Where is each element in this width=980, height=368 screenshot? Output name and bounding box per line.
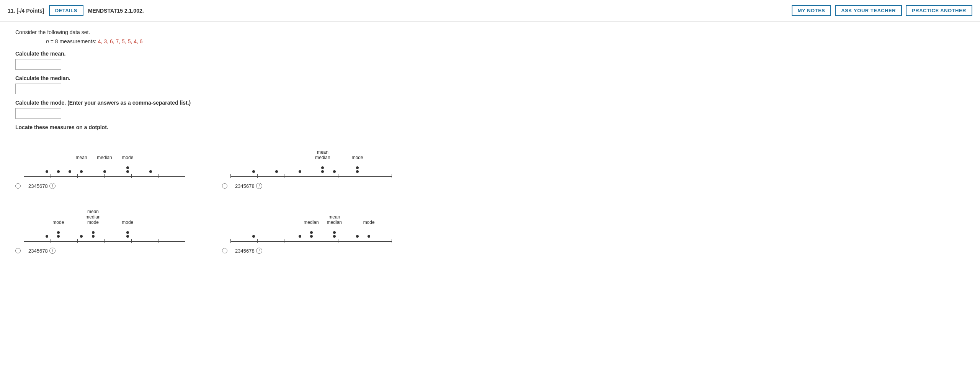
axis-number: 6 [39, 248, 42, 254]
ask-teacher-button[interactable]: ASK YOUR TEACHER [835, 5, 902, 16]
info-icon[interactable]: i [256, 248, 262, 254]
axis-number: 6 [246, 183, 249, 189]
axis-number: 4 [34, 248, 36, 254]
axis-number: 8 [252, 183, 254, 189]
axis-number: 5 [243, 248, 246, 254]
annotation-label-D: mode [363, 220, 375, 225]
dot [126, 170, 129, 173]
dotplot-radio-A[interactable] [15, 183, 21, 189]
mean-label: Calculate the mean. [15, 51, 965, 57]
axis-number: 5 [37, 248, 39, 254]
question-number: 11. [-/4 Points] [8, 8, 44, 14]
dot [356, 170, 359, 173]
annotation-label-B: mode [352, 155, 363, 160]
axis-number: 3 [31, 183, 34, 189]
dot [310, 231, 313, 234]
dotplot-radio-B[interactable] [222, 183, 227, 189]
practice-another-button[interactable]: PRACTICE ANOTHER [906, 5, 972, 16]
dotplot-radio-C[interactable] [15, 248, 21, 253]
header-left: 11. [-/4 Points] DETAILS MENDSTAT15 2.1.… [8, 5, 144, 16]
axis-number: 8 [252, 248, 254, 254]
axis-number: 7 [249, 183, 252, 189]
my-notes-button[interactable]: MY NOTES [792, 5, 831, 16]
axis-number: 7 [42, 183, 45, 189]
annotation-label-A: mean [76, 155, 87, 160]
axis-number: 8 [45, 183, 47, 189]
annotation-label-A: mode [122, 155, 133, 160]
mode-input[interactable] [15, 108, 61, 119]
dot [80, 235, 83, 238]
axis-number: 6 [39, 183, 42, 189]
dotplot-C: modemean median modemode2345678i [15, 200, 191, 254]
dot [126, 166, 129, 169]
dot [126, 235, 129, 238]
dot [57, 231, 60, 234]
problem-id: MENDSTAT15 2.1.002. [88, 8, 144, 14]
axis-number: 3 [238, 183, 240, 189]
dot [46, 235, 48, 238]
dot [356, 235, 359, 238]
dot [92, 235, 95, 238]
dot [299, 235, 301, 238]
dot [356, 166, 359, 169]
n-label: n [46, 38, 49, 44]
axis-number: 8 [45, 248, 47, 254]
dot [275, 170, 278, 173]
dot [333, 170, 336, 173]
axis-number: 4 [34, 183, 36, 189]
median-label: Calculate the median. [15, 75, 965, 81]
annotation-label-A: median [97, 155, 112, 160]
axis-number: 3 [238, 248, 240, 254]
median-input[interactable] [15, 84, 61, 94]
info-icon[interactable]: i [256, 183, 262, 189]
dot [321, 166, 324, 169]
axis-number: 5 [37, 183, 39, 189]
annotation-label-D: mean median [327, 214, 342, 225]
dot [333, 235, 336, 238]
header-right: MY NOTES ASK YOUR TEACHER PRACTICE ANOTH… [792, 5, 972, 16]
dot [149, 170, 152, 173]
axis-number: 5 [243, 183, 246, 189]
axis-number: 4 [240, 248, 243, 254]
measurements-line: n = 8 measurements: 4, 3, 6, 7, 5, 5, 4,… [46, 38, 965, 44]
annotation-label-C: mode [52, 220, 64, 225]
dotplot-A: meanmedianmode2345678i [15, 136, 191, 189]
axis-number: 3 [31, 248, 34, 254]
header: 11. [-/4 Points] DETAILS MENDSTAT15 2.1.… [0, 0, 980, 21]
mean-input[interactable] [15, 59, 61, 70]
info-icon[interactable]: i [49, 183, 56, 189]
mode-label: Calculate the mode. (Enter your answers … [15, 100, 965, 106]
dotplots-grid: meanmedianmode2345678imean medianmode234… [15, 136, 398, 254]
dot [333, 231, 336, 234]
axis-number: 7 [42, 248, 45, 254]
dot [57, 170, 60, 173]
annotation-label-B: mean median [315, 150, 330, 160]
dotplot-radio-D[interactable] [222, 248, 227, 253]
info-icon[interactable]: i [49, 248, 56, 254]
dotplot-label: Locate these measures on a dotplot. [15, 124, 965, 130]
dot [46, 170, 48, 173]
dot [368, 235, 370, 238]
dot [80, 170, 83, 173]
measurements-label: = 8 measurements: [49, 38, 98, 44]
dot [92, 231, 95, 234]
dot [252, 235, 255, 238]
axis-number: 2 [235, 248, 238, 254]
dot [310, 235, 313, 238]
dot [69, 170, 71, 173]
dot [321, 170, 324, 173]
axis-number: 4 [240, 183, 243, 189]
axis-number: 6 [246, 248, 249, 254]
measurements-data: 4, 3, 6, 7, 5, 5, 4, 6 [98, 38, 143, 44]
dot [103, 170, 106, 173]
consider-text: Consider the following data set. [15, 29, 965, 35]
axis-number: 2 [28, 248, 31, 254]
dotplot-B: mean medianmode2345678i [222, 136, 398, 189]
annotation-label-C: mean median mode [85, 209, 100, 225]
details-button[interactable]: DETAILS [49, 5, 83, 16]
annotation-label-C: mode [122, 220, 133, 225]
dot [126, 231, 129, 234]
dot [299, 170, 301, 173]
main-content: Consider the following data set. n = 8 m… [0, 21, 980, 368]
axis-number: 2 [235, 183, 238, 189]
